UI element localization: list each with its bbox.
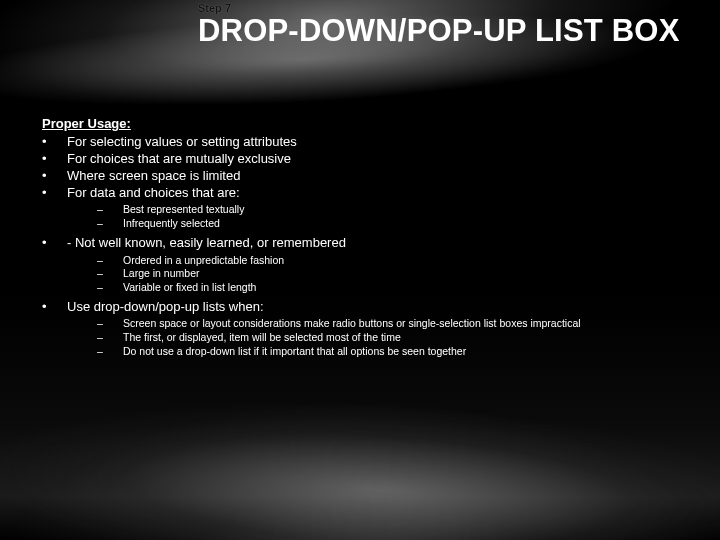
slide-body: Proper Usage: • For selecting values or …: [42, 116, 702, 362]
list-item: – Large in number: [97, 267, 702, 281]
dash-icon: –: [97, 317, 123, 331]
sub-list-3: – Screen space or layout considerations …: [42, 317, 702, 358]
list-item: • Use drop-down/pop-up lists when:: [42, 299, 702, 316]
list-item: • For choices that are mutually exclusiv…: [42, 151, 702, 168]
list-item: – Ordered in a unpredictable fashion: [97, 254, 702, 268]
dash-icon: –: [97, 281, 123, 295]
dash-icon: –: [97, 345, 123, 359]
sub-text: Ordered in a unpredictable fashion: [123, 254, 702, 268]
sub-text: Large in number: [123, 267, 702, 281]
sub-text: Do not use a drop-down list if it import…: [123, 345, 702, 359]
list-item: • - Not well known, easily learned, or r…: [42, 235, 702, 252]
sub-list-1: – Best represented textually – Infrequen…: [42, 203, 702, 230]
bullet-text: For selecting values or setting attribut…: [67, 134, 702, 151]
bullet-icon: •: [42, 235, 67, 252]
list-item: – The first, or displayed, item will be …: [97, 331, 702, 345]
dash-icon: –: [97, 267, 123, 281]
top-bullet-list-3: • Use drop-down/pop-up lists when:: [42, 299, 702, 316]
sub-text: Screen space or layout considerations ma…: [123, 317, 702, 331]
sub-text: Variable or fixed in list length: [123, 281, 702, 295]
dash-icon: –: [97, 203, 123, 217]
list-item: • Where screen space is limited: [42, 168, 702, 185]
bullet-icon: •: [42, 168, 67, 185]
bullet-icon: •: [42, 299, 67, 316]
bullet-text: Where screen space is limited: [67, 168, 702, 185]
list-item: – Do not use a drop-down list if it impo…: [97, 345, 702, 359]
list-item: • For selecting values or setting attrib…: [42, 134, 702, 151]
top-bullet-list: • For selecting values or setting attrib…: [42, 134, 702, 202]
list-item: • For data and choices that are:: [42, 185, 702, 202]
list-item: – Infrequently selected: [97, 217, 702, 231]
top-bullet-list-2: • - Not well known, easily learned, or r…: [42, 235, 702, 252]
usage-heading: Proper Usage:: [42, 116, 702, 133]
dash-icon: –: [97, 217, 123, 231]
bullet-text: - Not well known, easily learned, or rem…: [67, 235, 702, 252]
bullet-icon: •: [42, 134, 67, 151]
bullet-text: For data and choices that are:: [67, 185, 702, 202]
list-item: – Screen space or layout considerations …: [97, 317, 702, 331]
dash-icon: –: [97, 331, 123, 345]
bullet-icon: •: [42, 151, 67, 168]
sub-text: The first, or displayed, item will be se…: [123, 331, 702, 345]
sub-text: Best represented textually: [123, 203, 702, 217]
bullet-icon: •: [42, 185, 67, 202]
sub-text: Infrequently selected: [123, 217, 702, 231]
bullet-text: Use drop-down/pop-up lists when:: [67, 299, 702, 316]
list-item: – Best represented textually: [97, 203, 702, 217]
sub-list-2: – Ordered in a unpredictable fashion – L…: [42, 254, 702, 295]
list-item: – Variable or fixed in list length: [97, 281, 702, 295]
dash-icon: –: [97, 254, 123, 268]
bullet-text: For choices that are mutually exclusive: [67, 151, 702, 168]
slide-title: DROP-DOWN/POP-UP LIST BOX: [198, 14, 698, 49]
